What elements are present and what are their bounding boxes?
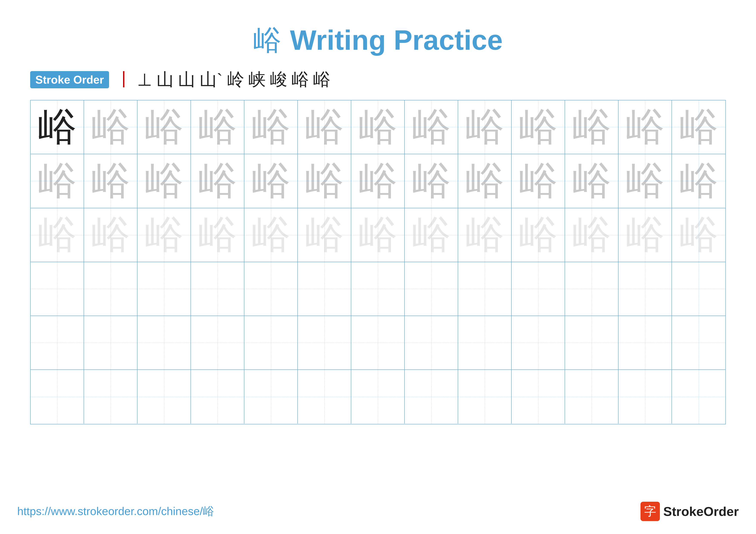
- cell-4-9[interactable]: [458, 262, 512, 316]
- cell-1-11[interactable]: 峪: [565, 100, 618, 154]
- cell-2-12[interactable]: 峪: [618, 154, 672, 208]
- cell-2-8[interactable]: 峪: [405, 154, 458, 208]
- cell-5-1[interactable]: [31, 316, 84, 369]
- cell-3-3[interactable]: 峪: [138, 208, 191, 262]
- logo-text: StrokeOrder: [663, 504, 739, 519]
- cell-1-1[interactable]: 峪: [31, 100, 84, 154]
- cell-6-12[interactable]: [618, 370, 672, 423]
- cell-3-2[interactable]: 峪: [84, 208, 138, 262]
- cell-2-6[interactable]: 峪: [298, 154, 351, 208]
- cell-2-4[interactable]: 峪: [191, 154, 244, 208]
- cell-6-6[interactable]: [298, 370, 351, 423]
- cell-2-3[interactable]: 峪: [138, 154, 191, 208]
- cell-5-12[interactable]: [618, 316, 672, 369]
- cell-5-10[interactable]: [512, 316, 565, 369]
- cell-3-10[interactable]: 峪: [512, 208, 565, 262]
- cell-6-2[interactable]: [84, 370, 138, 423]
- footer-url[interactable]: https://www.strokeorder.com/chinese/峪: [17, 504, 214, 519]
- cell-1-2[interactable]: 峪: [84, 100, 138, 154]
- page: 峪 Writing Practice Stroke Order 丨 ⊥ 山 山 …: [0, 0, 756, 534]
- cell-1-7[interactable]: 峪: [351, 100, 405, 154]
- cell-5-2[interactable]: [84, 316, 138, 369]
- cell-2-10[interactable]: 峪: [512, 154, 565, 208]
- cell-6-1[interactable]: [31, 370, 84, 423]
- cell-4-1[interactable]: [31, 262, 84, 316]
- cell-3-11[interactable]: 峪: [565, 208, 618, 262]
- cell-6-13[interactable]: [672, 370, 725, 423]
- cell-4-13[interactable]: [672, 262, 725, 316]
- cell-5-3[interactable]: [138, 316, 191, 369]
- cell-5-7[interactable]: [351, 316, 405, 369]
- cell-2-7[interactable]: 峪: [351, 154, 405, 208]
- cell-1-9[interactable]: 峪: [458, 100, 512, 154]
- cell-6-5[interactable]: [244, 370, 298, 423]
- stroke-1: 丨: [116, 68, 133, 91]
- cell-5-6[interactable]: [298, 316, 351, 369]
- cell-1-3[interactable]: 峪: [138, 100, 191, 154]
- cell-5-11[interactable]: [565, 316, 618, 369]
- char-guide: 峪: [680, 162, 718, 200]
- char-guide: 峪: [145, 108, 183, 146]
- cell-3-9[interactable]: 峪: [458, 208, 512, 262]
- cell-5-13[interactable]: [672, 316, 725, 369]
- cell-1-12[interactable]: 峪: [618, 100, 672, 154]
- char-guide: 峪: [466, 162, 504, 200]
- cell-5-9[interactable]: [458, 316, 512, 369]
- cell-6-4[interactable]: [191, 370, 244, 423]
- char-guide: 峪: [252, 216, 290, 254]
- cell-4-11[interactable]: [565, 262, 618, 316]
- cell-6-8[interactable]: [405, 370, 458, 423]
- cell-4-8[interactable]: [405, 262, 458, 316]
- cell-3-6[interactable]: 峪: [298, 208, 351, 262]
- cell-4-10[interactable]: [512, 262, 565, 316]
- cell-1-5[interactable]: 峪: [244, 100, 298, 154]
- cell-3-12[interactable]: 峪: [618, 208, 672, 262]
- cell-1-10[interactable]: 峪: [512, 100, 565, 154]
- cell-2-13[interactable]: 峪: [672, 154, 725, 208]
- cell-4-3[interactable]: [138, 262, 191, 316]
- page-title: Writing Practice: [282, 24, 502, 56]
- cell-2-1[interactable]: 峪: [31, 154, 84, 208]
- cell-6-10[interactable]: [512, 370, 565, 423]
- writing-grid: 峪 峪 峪 峪 峪 峪 峪 峪 峪 峪 峪 峪 峪 峪 峪 峪 峪 峪 峪 峪 …: [30, 100, 726, 424]
- cell-2-2[interactable]: 峪: [84, 154, 138, 208]
- cell-6-11[interactable]: [565, 370, 618, 423]
- char-guide: 峪: [359, 216, 397, 254]
- cell-1-6[interactable]: 峪: [298, 100, 351, 154]
- cell-4-6[interactable]: [298, 262, 351, 316]
- cell-4-5[interactable]: [244, 262, 298, 316]
- char-guide: 峪: [572, 216, 611, 254]
- char-guide: 峪: [626, 216, 664, 254]
- cell-2-9[interactable]: 峪: [458, 154, 512, 208]
- cell-1-4[interactable]: 峪: [191, 100, 244, 154]
- stroke-5: 山`: [200, 68, 223, 91]
- stroke-4: 山: [178, 68, 195, 91]
- cell-2-5[interactable]: 峪: [244, 154, 298, 208]
- cell-5-8[interactable]: [405, 316, 458, 369]
- char-guide: 峪: [305, 216, 344, 254]
- cell-3-5[interactable]: 峪: [244, 208, 298, 262]
- cell-4-4[interactable]: [191, 262, 244, 316]
- cell-6-3[interactable]: [138, 370, 191, 423]
- cell-3-13[interactable]: 峪: [672, 208, 725, 262]
- char-guide: 峪: [198, 216, 237, 254]
- cell-3-7[interactable]: 峪: [351, 208, 405, 262]
- char-guide: 峪: [145, 162, 183, 200]
- cell-1-8[interactable]: 峪: [405, 100, 458, 154]
- cell-1-13[interactable]: 峪: [672, 100, 725, 154]
- cell-3-1[interactable]: 峪: [31, 208, 84, 262]
- cell-6-7[interactable]: [351, 370, 405, 423]
- cell-5-5[interactable]: [244, 316, 298, 369]
- footer-logo: 字 StrokeOrder: [640, 502, 739, 521]
- stroke-8: 峻: [270, 68, 287, 91]
- cell-4-7[interactable]: [351, 262, 405, 316]
- cell-6-9[interactable]: [458, 370, 512, 423]
- cell-4-12[interactable]: [618, 262, 672, 316]
- cell-3-4[interactable]: 峪: [191, 208, 244, 262]
- cell-2-11[interactable]: 峪: [565, 154, 618, 208]
- cell-3-8[interactable]: 峪: [405, 208, 458, 262]
- stroke-7: 峡: [249, 68, 266, 91]
- stroke-order-row: Stroke Order 丨 ⊥ 山 山 山` 岭 峡 峻 峪 峪: [30, 68, 739, 91]
- cell-5-4[interactable]: [191, 316, 244, 369]
- cell-4-2[interactable]: [84, 262, 138, 316]
